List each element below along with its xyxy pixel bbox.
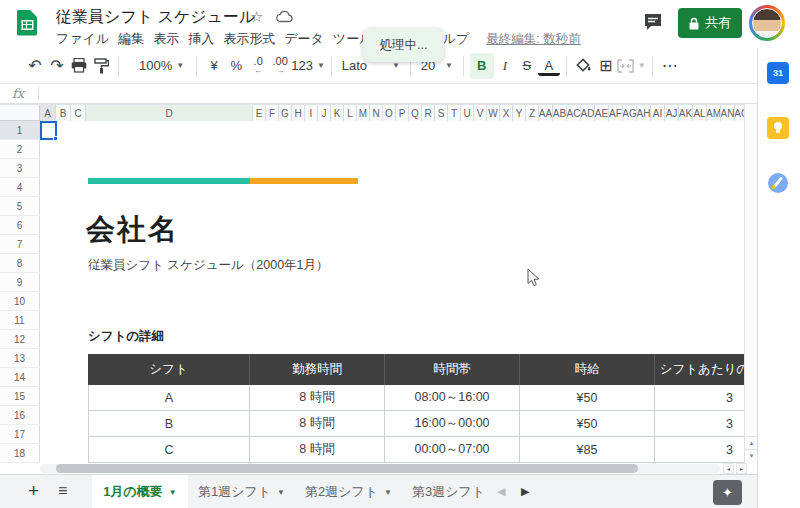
scroll-left-icon[interactable]: ◂ <box>723 463 734 474</box>
column-header-ak[interactable]: AK <box>679 105 693 121</box>
column-header-e[interactable]: E <box>253 105 266 121</box>
sheet-tab-3[interactable]: 第2週シフト▼ <box>295 475 402 508</box>
column-header-c[interactable]: C <box>71 105 86 121</box>
sheet-tab-4[interactable]: 第3週シフト▼ <box>402 475 491 508</box>
formula-input[interactable] <box>39 84 757 103</box>
sheets-logo-icon[interactable] <box>14 9 41 36</box>
column-header-j[interactable]: J <box>318 105 331 121</box>
cloud-saved-icon[interactable] <box>276 10 294 23</box>
column-header-aa[interactable]: AA <box>539 105 553 121</box>
share-button[interactable]: 共有 <box>678 8 742 38</box>
column-header-aj[interactable]: AJ <box>665 105 679 121</box>
currency-format-button[interactable]: ¥ <box>203 53 225 79</box>
menu-item-6[interactable]: データ <box>284 30 324 48</box>
column-header-al[interactable]: AL <box>693 105 707 121</box>
column-header-i[interactable]: I <box>305 105 318 121</box>
explore-button[interactable]: ✦ <box>713 480 742 505</box>
table-header-cell[interactable]: シフトあたりの従業員数 <box>655 354 744 385</box>
select-all-corner[interactable] <box>0 104 40 121</box>
table-cell[interactable]: 16:00～00:00 <box>385 411 520 436</box>
tabs-next-icon[interactable]: ▶ <box>521 485 529 498</box>
column-header-l[interactable]: L <box>344 105 357 121</box>
column-header-u[interactable]: U <box>461 105 474 121</box>
sheet-tab-2[interactable]: 第1週シフト▼ <box>188 475 295 508</box>
table-cell[interactable]: 8 時間 <box>250 385 385 410</box>
table-header-cell[interactable]: 時給 <box>520 354 655 385</box>
company-name-cell[interactable]: 会社名 <box>86 210 179 250</box>
table-cell[interactable]: 3 <box>655 437 744 462</box>
column-header-d[interactable]: D <box>86 105 253 121</box>
column-header-ah[interactable]: AH <box>637 105 651 121</box>
merge-cells-icon[interactable]: ▼ <box>617 53 646 79</box>
print-icon[interactable] <box>68 53 90 79</box>
row-header-7[interactable]: 7 <box>0 235 40 254</box>
column-header-t[interactable]: T <box>448 105 461 121</box>
column-header-ag[interactable]: AG <box>623 105 637 121</box>
table-cell[interactable]: 3 <box>655 411 744 436</box>
column-header-an[interactable]: AN <box>721 105 735 121</box>
column-header-f[interactable]: F <box>266 105 279 121</box>
row-header-18[interactable]: 18 <box>0 444 40 463</box>
row-header-2[interactable]: 2 <box>0 140 40 159</box>
row-header-16[interactable]: 16 <box>0 406 40 425</box>
row-header-12[interactable]: 12 <box>0 330 40 349</box>
last-edit-link[interactable]: 最終編集: 数秒前 <box>486 31 580 48</box>
column-header-ai[interactable]: AI <box>651 105 665 121</box>
more-formats-button[interactable]: 123▼ <box>291 53 325 79</box>
borders-icon[interactable]: ⊞ <box>595 53 617 79</box>
percent-format-button[interactable]: % <box>225 53 247 79</box>
column-header-m[interactable]: M <box>357 105 370 121</box>
table-header-cell[interactable]: 時間帯 <box>385 354 520 385</box>
keep-icon[interactable] <box>767 117 789 139</box>
column-header-h[interactable]: H <box>292 105 305 121</box>
more-toolbar-button[interactable]: ⋯ <box>659 53 681 79</box>
table-cell[interactable]: C <box>88 437 250 462</box>
schedule-subtitle-cell[interactable]: 従業員シフト スケジュール（2000年1月） <box>88 257 329 274</box>
document-title[interactable]: 従業員シフト スケジュール <box>56 7 255 28</box>
column-header-ad[interactable]: AD <box>581 105 595 121</box>
table-cell[interactable]: ¥50 <box>520 411 655 436</box>
comment-icon[interactable] <box>643 12 663 32</box>
italic-button[interactable]: I <box>494 53 516 79</box>
row-header-1[interactable]: 1 <box>0 121 40 140</box>
column-header-k[interactable]: K <box>331 105 344 121</box>
table-cell[interactable]: ¥50 <box>520 385 655 410</box>
column-header-b[interactable]: B <box>56 105 71 121</box>
column-header-n[interactable]: N <box>370 105 383 121</box>
undo-icon[interactable]: ↶ <box>24 53 46 79</box>
table-cell[interactable]: 8 時間 <box>250 411 385 436</box>
column-header-ac[interactable]: AC <box>567 105 581 121</box>
sheet-tab-1[interactable]: 1月の概要▼ <box>92 475 188 508</box>
increase-decimal-button[interactable]: .00→ <box>269 53 291 79</box>
menu-item-5[interactable]: 表示形式 <box>223 30 275 48</box>
scroll-right-icon[interactable]: ▸ <box>736 463 747 474</box>
strikethrough-button[interactable]: S <box>516 53 538 79</box>
column-header-v[interactable]: V <box>474 105 487 121</box>
calendar-icon[interactable]: 31 <box>767 62 789 84</box>
tabs-prev-icon[interactable]: ◀ <box>497 485 505 498</box>
redo-icon[interactable]: ↷ <box>46 53 68 79</box>
row-header-10[interactable]: 10 <box>0 292 40 311</box>
column-header-a[interactable]: A <box>40 105 56 121</box>
fill-handle[interactable] <box>53 136 58 141</box>
table-cell[interactable]: 8 時間 <box>250 437 385 462</box>
column-header-q[interactable]: Q <box>409 105 422 121</box>
column-header-am[interactable]: AM <box>707 105 721 121</box>
row-header-3[interactable]: 3 <box>0 159 40 178</box>
column-header-ae[interactable]: AE <box>595 105 609 121</box>
horizontal-scrollbar-track[interactable] <box>40 464 720 473</box>
avatar[interactable] <box>749 5 785 41</box>
shift-details-label[interactable]: シフトの詳細 <box>88 328 164 345</box>
column-header-x[interactable]: X <box>500 105 513 121</box>
menu-item-1[interactable]: ファイル <box>56 30 109 48</box>
table-header-cell[interactable]: 勤務時間 <box>250 354 385 385</box>
column-header-g[interactable]: G <box>279 105 292 121</box>
add-sheet-button[interactable]: + <box>28 480 39 502</box>
shift-table[interactable]: シフト勤務時間時間帯時給シフトあたりの従業員数A8 時間08:00～16:00¥… <box>88 354 744 463</box>
column-header-w[interactable]: W <box>487 105 500 121</box>
fill-color-icon[interactable] <box>573 53 595 79</box>
column-header-p[interactable]: P <box>396 105 409 121</box>
row-header-17[interactable]: 17 <box>0 425 40 444</box>
star-icon[interactable]: ☆ <box>250 8 263 26</box>
menu-item-3[interactable]: 表示 <box>153 30 179 48</box>
